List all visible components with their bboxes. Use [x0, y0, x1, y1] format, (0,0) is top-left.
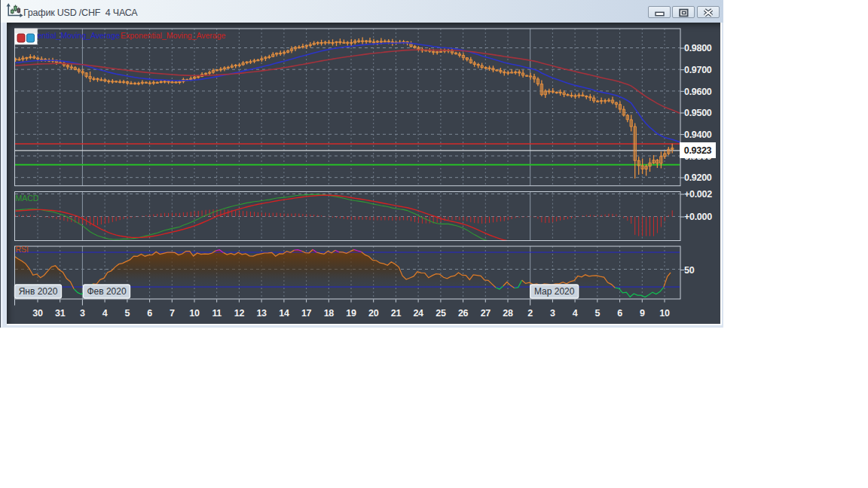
- svg-text:20: 20: [368, 308, 379, 319]
- svg-text:2: 2: [527, 308, 533, 319]
- svg-text:5: 5: [594, 308, 600, 319]
- svg-text:6: 6: [147, 308, 152, 319]
- svg-text:0.9600: 0.9600: [684, 87, 712, 97]
- svg-text:7: 7: [170, 308, 175, 319]
- svg-text:0.9400: 0.9400: [684, 130, 712, 140]
- svg-text:14: 14: [279, 308, 289, 319]
- svg-text:Мар 2020: Мар 2020: [534, 286, 575, 297]
- svg-text:Exponential_Moving_Average: Exponential_Moving_Average: [121, 31, 225, 40]
- svg-text:3: 3: [80, 308, 85, 319]
- svg-text:Фев 2020: Фев 2020: [87, 286, 127, 297]
- svg-text:+0.000: +0.000: [684, 212, 712, 222]
- svg-text:30: 30: [32, 308, 43, 319]
- svg-text:10: 10: [189, 308, 200, 319]
- svg-text:13: 13: [256, 308, 267, 319]
- svg-text:4: 4: [573, 308, 578, 319]
- svg-text:0.9500: 0.9500: [684, 108, 712, 118]
- svg-text:0.9800: 0.9800: [684, 43, 712, 53]
- svg-text:26: 26: [458, 308, 469, 319]
- svg-text:5: 5: [125, 308, 130, 319]
- svg-text:4: 4: [102, 308, 108, 319]
- svg-text:MACD: MACD: [16, 194, 39, 203]
- svg-text:11: 11: [212, 308, 222, 319]
- svg-text:ential_Moving_Average: ential_Moving_Average: [38, 31, 121, 40]
- svg-text:0.9700: 0.9700: [684, 65, 712, 75]
- svg-text:9: 9: [640, 308, 645, 319]
- svg-text:18: 18: [324, 308, 335, 319]
- svg-text:17: 17: [301, 308, 312, 319]
- svg-text:RSI: RSI: [16, 245, 29, 254]
- svg-text:12: 12: [234, 308, 245, 319]
- svg-text:0.9323: 0.9323: [684, 145, 712, 156]
- svg-text:24: 24: [413, 308, 423, 319]
- svg-text:27: 27: [481, 308, 491, 319]
- svg-text:10: 10: [659, 308, 670, 319]
- svg-text:19: 19: [346, 308, 356, 319]
- svg-text:28: 28: [503, 308, 513, 319]
- svg-text:+0.002: +0.002: [684, 189, 712, 200]
- svg-text:31: 31: [55, 308, 66, 319]
- svg-text:25: 25: [436, 308, 446, 319]
- svg-text:6: 6: [617, 308, 622, 319]
- svg-text:Янв 2020: Янв 2020: [19, 286, 58, 297]
- svg-text:21: 21: [391, 308, 402, 319]
- svg-text:3: 3: [550, 308, 555, 319]
- svg-text:50: 50: [684, 265, 695, 276]
- svg-text:0.9200: 0.9200: [684, 172, 712, 183]
